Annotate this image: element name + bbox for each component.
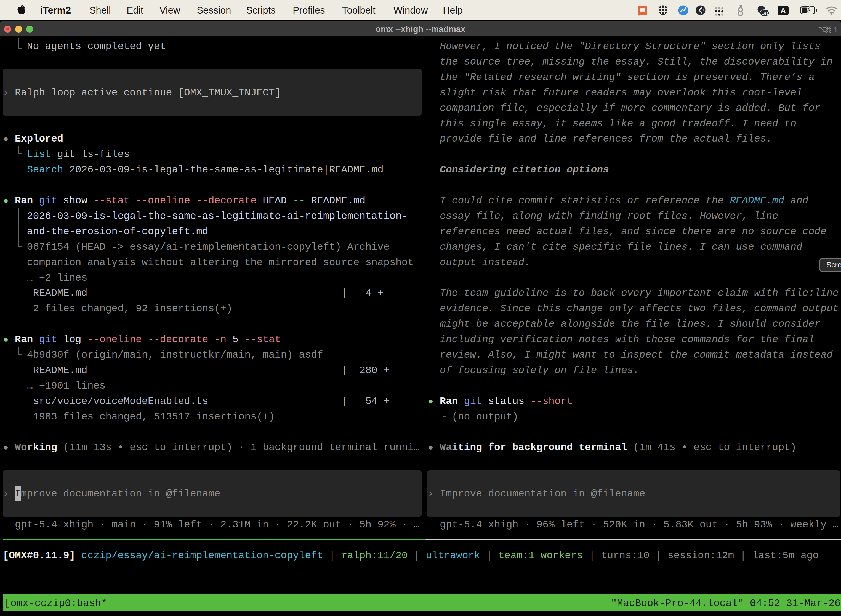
svg-text:A: A — [781, 6, 786, 15]
svg-text:..61: ..61 — [762, 11, 769, 16]
svg-text:1: 1 — [834, 26, 837, 33]
